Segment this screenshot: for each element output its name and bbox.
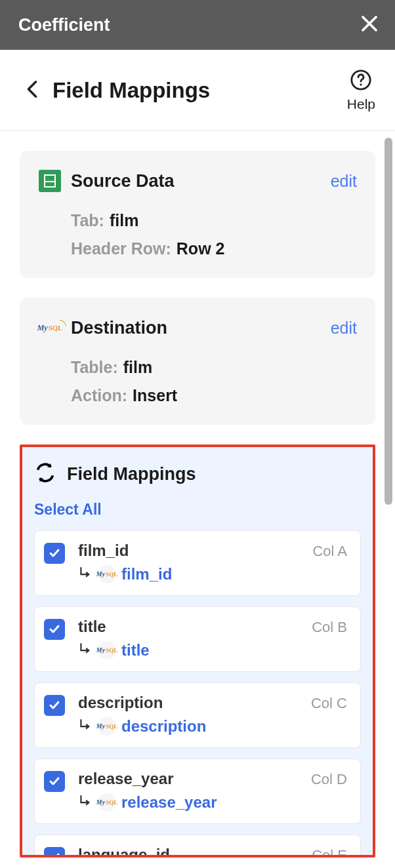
mapping-checkbox[interactable] xyxy=(44,619,65,640)
dest-card-title: Destination xyxy=(71,318,331,338)
mysql-icon: MySQL xyxy=(98,565,116,583)
check-icon xyxy=(48,851,61,858)
help-icon xyxy=(350,69,372,94)
check-icon xyxy=(48,547,61,560)
mysql-icon: MySQL xyxy=(98,717,116,736)
dest-action-label: Action: xyxy=(71,386,127,405)
card-header: Source Data edit xyxy=(38,169,357,193)
source-tab-value: film xyxy=(110,211,138,230)
mapping-column: Col D xyxy=(311,771,347,788)
mapping-column: Col E xyxy=(312,847,347,858)
page-header: Field Mappings Help xyxy=(0,50,395,131)
source-header-row-value: Row 2 xyxy=(177,239,225,258)
dest-edit-link[interactable]: edit xyxy=(331,319,357,338)
titlebar: Coefficient xyxy=(0,0,395,50)
check-icon xyxy=(48,775,61,788)
mapping-checkbox[interactable] xyxy=(44,543,65,564)
mysql-icon: MySQL xyxy=(98,793,116,812)
mapping-dest-field[interactable]: film_id xyxy=(121,565,172,583)
close-button[interactable] xyxy=(360,14,379,36)
scroll-pane: Source Data edit Tab: film Header Row: R… xyxy=(0,131,395,858)
maps-to-icon xyxy=(78,794,93,811)
field-mappings-section: Field Mappings Select All film_id Col A … xyxy=(20,444,375,858)
mysql-icon: MySQL xyxy=(38,316,62,340)
dest-table-value: film xyxy=(123,358,152,377)
mapping-source-field: release_year xyxy=(78,770,311,788)
mapping-checkbox[interactable] xyxy=(44,847,65,858)
check-icon xyxy=(48,623,61,636)
check-icon xyxy=(48,699,61,712)
help-button[interactable]: Help xyxy=(347,69,375,112)
maps-to-icon xyxy=(78,642,93,659)
close-icon xyxy=(360,14,379,33)
mapping-column: Col A xyxy=(312,543,347,560)
body: Source Data edit Tab: film Header Row: R… xyxy=(0,131,395,868)
mapping-row[interactable]: release_year Col D MySQL release_year xyxy=(34,759,361,824)
mapping-source-field: title xyxy=(78,618,312,636)
dest-action-value: Insert xyxy=(133,386,177,405)
app-title: Coefficient xyxy=(18,15,110,35)
scrollbar-thumb[interactable] xyxy=(385,138,392,505)
mapping-row[interactable]: film_id Col A MySQL film_id xyxy=(34,530,361,596)
mapping-dest-field[interactable]: description xyxy=(121,717,206,736)
maps-to-icon xyxy=(78,718,93,735)
mapping-checkbox[interactable] xyxy=(44,771,65,792)
help-label: Help xyxy=(347,96,375,112)
source-header-row-label: Header Row: xyxy=(71,239,171,258)
mapping-source-field: description xyxy=(78,694,311,712)
source-edit-link[interactable]: edit xyxy=(331,172,357,191)
back-button[interactable] xyxy=(26,80,38,101)
mapping-column: Col C xyxy=(311,695,347,712)
page-title: Field Mappings xyxy=(52,78,347,103)
mapping-dest-field[interactable]: title xyxy=(121,641,150,660)
card-header: MySQL Destination edit xyxy=(38,316,357,340)
mapping-row[interactable]: language_id Col E MySQL language_id xyxy=(34,835,361,858)
sheets-icon xyxy=(38,169,62,193)
maps-to-icon xyxy=(78,566,93,583)
sync-icon xyxy=(34,462,56,486)
source-card-title: Source Data xyxy=(71,171,331,191)
mapping-source-field: film_id xyxy=(78,542,312,560)
chevron-left-icon xyxy=(26,80,38,98)
mapping-source-field: language_id xyxy=(78,846,312,858)
select-all-link[interactable]: Select All xyxy=(34,501,102,519)
mapping-row[interactable]: title Col B MySQL title xyxy=(34,606,361,672)
destination-card: MySQL Destination edit Table: film Actio… xyxy=(20,298,375,425)
field-mappings-title: Field Mappings xyxy=(67,464,196,484)
source-data-card: Source Data edit Tab: film Header Row: R… xyxy=(20,151,375,278)
mapping-dest-field[interactable]: release_year xyxy=(121,793,217,812)
dest-table-label: Table: xyxy=(71,358,118,377)
mapping-checkbox[interactable] xyxy=(44,695,65,716)
mapping-column: Col B xyxy=(312,619,347,636)
svg-point-1 xyxy=(360,83,362,85)
mysql-icon: MySQL xyxy=(98,641,116,660)
source-tab-label: Tab: xyxy=(71,211,104,230)
mapping-row[interactable]: description Col C MySQL description xyxy=(34,682,361,748)
